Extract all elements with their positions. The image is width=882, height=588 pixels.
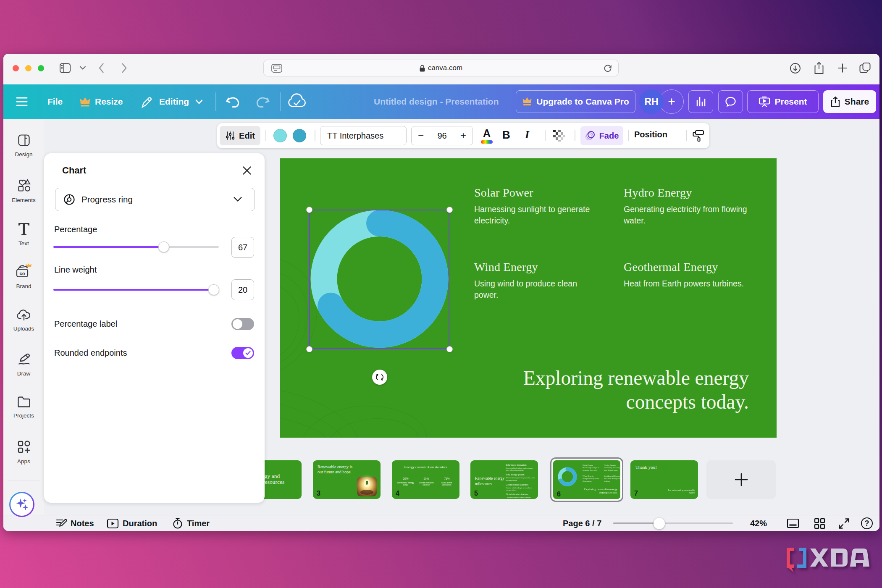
svg-text:co: co (19, 271, 25, 276)
